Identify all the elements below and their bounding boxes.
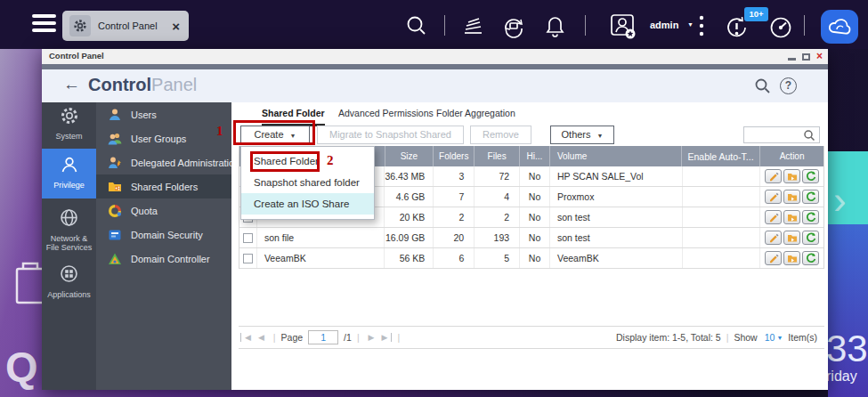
sidebar-item-users[interactable]: Users: [96, 102, 231, 126]
domain-controller-icon: [108, 252, 122, 266]
app-header: ← ControlPanel ?: [42, 69, 828, 102]
control-panel-window: Control Panel × ← ControlPanel ? System …: [42, 49, 828, 390]
edit-permissions-icon[interactable]: [783, 210, 800, 224]
col-size[interactable]: Size: [385, 146, 434, 166]
edit-permissions-icon[interactable]: [783, 169, 800, 183]
refresh-icon[interactable]: [802, 210, 819, 224]
edit-properties-icon[interactable]: [765, 190, 782, 204]
sidebar-categories: System Privilege Network & File Services…: [42, 102, 96, 390]
edit-permissions-icon[interactable]: [783, 190, 800, 204]
file-stack-icon[interactable]: [461, 14, 486, 37]
user-profile-icon[interactable]: [608, 12, 638, 41]
edit-properties-icon[interactable]: [765, 251, 782, 265]
desktop-clock-time: 33: [826, 328, 868, 370]
backup-sync-icon[interactable]: [500, 14, 527, 38]
refresh-icon[interactable]: [802, 190, 819, 204]
next-desktop-chevron-icon[interactable]: ›: [833, 178, 847, 223]
table-search[interactable]: [743, 126, 820, 143]
quota-icon: [108, 204, 122, 218]
next-page-icon[interactable]: ▶: [365, 333, 378, 342]
resource-monitor-icon[interactable]: [767, 14, 794, 41]
sidebar-item-domain-controller[interactable]: Domain Controller: [96, 247, 231, 271]
sidebar-item-user-groups[interactable]: User Groups: [96, 126, 231, 150]
domain-security-icon: [108, 228, 122, 242]
myqnapcloud-icon[interactable]: [821, 10, 858, 44]
user-group-icon: [108, 132, 122, 146]
header-search-icon[interactable]: [754, 77, 771, 94]
create-button[interactable]: Create▼: [240, 126, 310, 144]
search-input[interactable]: [744, 130, 803, 140]
others-button[interactable]: Others▼: [550, 126, 614, 144]
col-hidden[interactable]: Hi...: [520, 146, 550, 166]
col-action[interactable]: Action: [760, 146, 823, 166]
tab-close-icon[interactable]: ×: [170, 19, 182, 34]
sidebar-item-shared-folders[interactable]: Shared Folders: [96, 174, 231, 198]
sidebar-item-applications[interactable]: Applications: [42, 263, 96, 306]
annotation-step-2: 2: [327, 153, 334, 168]
col-enable-auto[interactable]: Enable Auto-T...: [682, 146, 760, 166]
sidebar-item-network-file-services[interactable]: Network & File Services: [42, 207, 96, 255]
sidebar-item-system[interactable]: System: [42, 104, 96, 145]
wallpaper-letter: Q: [5, 342, 38, 391]
col-files[interactable]: Files: [475, 146, 520, 166]
menu-item-shared-folder[interactable]: Shared Folder: [241, 150, 374, 172]
window-titlebar[interactable]: Control Panel ×: [42, 49, 828, 64]
col-folders[interactable]: Folders: [434, 146, 475, 166]
taskbar-tab-control-panel[interactable]: Control Panel ×: [62, 11, 189, 41]
window-title: Control Panel: [49, 51, 104, 61]
sidebar-item-domain-security[interactable]: Domain Security: [96, 223, 231, 247]
menu-item-snapshot-shared-folder[interactable]: Snapshot shared folder: [241, 172, 374, 193]
pagination-bar: ◀ ◀ | Page /1 | ▶ ▶ | Display item: 1-5,…: [239, 326, 824, 349]
shared-folder-icon: [108, 180, 122, 194]
table-row: son file 16.09 GB 20 193 No son test: [239, 228, 823, 248]
taskbar-tab-label: Control Panel: [98, 20, 170, 31]
sidebar-item-privilege[interactable]: Privilege: [42, 149, 96, 198]
menu-item-create-iso-share[interactable]: Create an ISO Share: [241, 193, 374, 215]
first-page-icon[interactable]: ◀: [240, 333, 255, 342]
chevron-down-icon: ▼: [597, 133, 604, 139]
col-volume[interactable]: Volume: [550, 146, 683, 166]
help-icon[interactable]: ?: [780, 77, 797, 94]
notifications-bell-icon[interactable]: [543, 14, 567, 38]
close-icon[interactable]: ×: [816, 50, 823, 63]
minimize-icon[interactable]: [788, 58, 796, 61]
tab-shared-folder[interactable]: Shared Folder: [262, 108, 325, 126]
row-checkbox[interactable]: [243, 254, 253, 263]
desktop-clock-day: riday: [826, 369, 857, 385]
search-icon: [803, 129, 815, 142]
tab-folder-aggregation[interactable]: Folder Aggregation: [436, 108, 515, 124]
annotation-step-1: 1: [216, 124, 223, 139]
row-checkbox[interactable]: [243, 233, 253, 243]
chevron-down-icon: ▼: [290, 133, 296, 139]
taskbar-divider: [804, 15, 805, 36]
page-input[interactable]: [308, 330, 338, 344]
maximize-icon[interactable]: [802, 53, 810, 61]
refresh-icon[interactable]: [802, 251, 819, 265]
edit-permissions-icon[interactable]: [783, 251, 800, 265]
edit-permissions-icon[interactable]: [783, 231, 800, 245]
refresh-icon[interactable]: [802, 169, 819, 183]
kebab-menu-icon[interactable]: [697, 14, 706, 38]
back-arrow-icon[interactable]: ←: [63, 75, 80, 94]
prev-page-icon[interactable]: ◀: [255, 333, 268, 342]
admin-menu[interactable]: admin: [650, 20, 678, 30]
refresh-icon[interactable]: [802, 231, 819, 245]
tab-advanced-permissions[interactable]: Advanced Permissions: [338, 108, 434, 124]
show-label: Show: [734, 332, 757, 343]
sidebar-item-quota[interactable]: Quota: [96, 198, 231, 223]
page-size-value[interactable]: 10: [765, 332, 775, 343]
search-icon[interactable]: [405, 14, 428, 37]
chevron-down-icon[interactable]: ▼: [776, 335, 783, 341]
tasks-count-badge: 10+: [744, 7, 768, 21]
remove-button[interactable]: Remove: [470, 126, 531, 144]
edit-properties-icon[interactable]: [765, 210, 782, 224]
last-page-icon[interactable]: ▶: [378, 333, 393, 342]
items-label: Item(s): [788, 332, 817, 343]
delegated-admin-icon: [108, 156, 122, 170]
edit-properties-icon[interactable]: [765, 231, 782, 245]
edit-properties-icon[interactable]: [765, 169, 782, 183]
migrate-button[interactable]: Migrate to Snapshot Shared Folder: [317, 126, 464, 144]
main-menu-icon[interactable]: [32, 14, 56, 34]
sidebar-item-delegated-administration[interactable]: Delegated Administration: [96, 150, 231, 174]
page-total: /1: [344, 332, 352, 343]
